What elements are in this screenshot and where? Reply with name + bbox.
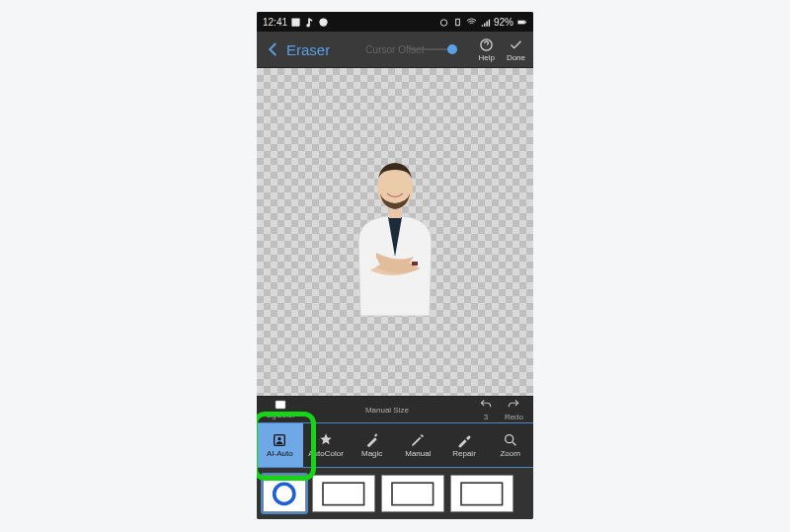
undo-icon [479, 398, 493, 412]
status-right: 92% [438, 17, 527, 28]
svg-rect-15 [323, 483, 364, 504]
status-time: 12:41 [263, 17, 287, 28]
thumbnail-strip [257, 468, 533, 519]
signal-icon [480, 17, 491, 28]
tool-label: Repair [452, 449, 476, 458]
tool-label: Zoom [500, 449, 519, 458]
tool-zoom[interactable]: Zoom [487, 423, 533, 467]
thumbnail-1[interactable] [263, 475, 306, 512]
battery-text: 92% [494, 17, 514, 28]
tool-label: AI-Auto [267, 449, 293, 458]
thumbnail-3[interactable] [381, 475, 444, 512]
tool-manual[interactable]: Manual [395, 423, 441, 467]
help-button[interactable]: Help [478, 38, 494, 62]
thumbnail-4[interactable] [450, 475, 514, 512]
stage: 12:41 92% Eraser Cursor Offset [0, 0, 790, 532]
phone-frame: 12:41 92% Eraser Cursor Offset [257, 12, 533, 519]
primary-toolbar: AI-Auto AutoColor Magic Manual Repair Zo… [257, 422, 533, 468]
status-left: 12:41 [263, 17, 329, 28]
help-label: Help [478, 53, 494, 62]
done-button[interactable]: Done [507, 38, 525, 62]
tool-ai-auto[interactable]: AI-Auto [257, 423, 303, 467]
svg-rect-4 [517, 20, 524, 24]
svg-rect-9 [412, 262, 418, 266]
svg-point-13 [505, 435, 513, 443]
bgcolor-label: BgColor [267, 411, 295, 419]
redo-label: Redo [505, 413, 523, 421]
page-title: Eraser [286, 41, 330, 58]
alarm-icon [438, 17, 449, 28]
bgcolor-button[interactable]: BgColor [261, 400, 301, 419]
cutout-subject [341, 148, 449, 316]
secondary-toolbar: BgColor Manual Size 3 Redo [257, 396, 533, 422]
status-bar: 12:41 92% [257, 12, 533, 32]
svg-point-12 [278, 437, 281, 440]
vibrate-icon [452, 17, 463, 28]
svg-point-14 [275, 484, 294, 503]
tool-label: Manual [405, 449, 431, 458]
photo-icon [290, 17, 301, 28]
svg-rect-16 [392, 483, 434, 504]
tool-label: Magic [361, 449, 382, 458]
app-bar: Eraser Cursor Offset Help Done [257, 32, 533, 68]
back-button[interactable] [265, 40, 282, 58]
thumbnail-2[interactable] [312, 475, 375, 512]
wifi-icon [466, 17, 477, 28]
tool-label: AutoColor [308, 449, 344, 458]
svg-rect-5 [525, 21, 526, 23]
svg-point-1 [319, 18, 327, 26]
done-label: Done [507, 53, 525, 62]
tool-autocolor[interactable]: AutoColor [303, 423, 350, 467]
tool-repair[interactable]: Repair [441, 423, 488, 467]
svg-rect-0 [291, 18, 299, 26]
svg-rect-17 [461, 483, 503, 504]
undo-button[interactable]: 3 [473, 398, 499, 421]
tool-magic[interactable]: Magic [349, 423, 395, 467]
tiktok-icon [304, 17, 315, 28]
undo-count: 3 [484, 413, 488, 421]
offset-slider[interactable] [409, 48, 452, 50]
redo-icon [507, 398, 520, 412]
editor-canvas[interactable] [257, 68, 533, 396]
svg-point-2 [440, 19, 446, 25]
redo-button[interactable]: Redo [499, 398, 529, 421]
svg-rect-3 [456, 19, 460, 25]
appbar-actions: Help Done [478, 38, 525, 62]
manual-size-label: Manual Size [359, 406, 415, 415]
svg-rect-10 [276, 401, 285, 409]
battery-icon [516, 17, 527, 28]
messenger-icon [318, 17, 329, 28]
